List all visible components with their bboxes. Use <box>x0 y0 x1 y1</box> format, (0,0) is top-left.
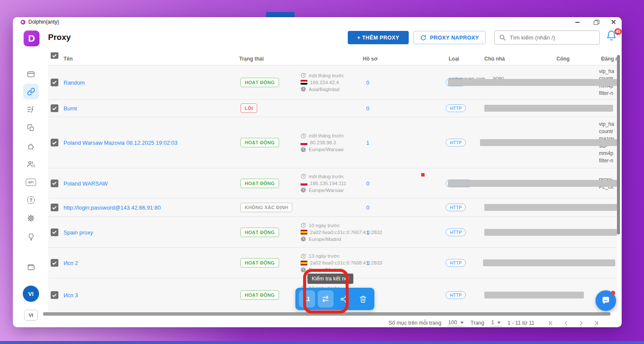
puzzle-icon <box>27 142 35 150</box>
proxy-type-badge: HTTP <box>446 139 466 146</box>
gear-icon <box>27 214 35 222</box>
row-checkbox[interactable] <box>51 139 58 146</box>
chat-bubble-icon <box>600 295 611 306</box>
row-checkbox[interactable] <box>51 104 58 112</box>
sidebar-item-proxy[interactable] <box>23 84 39 99</box>
row-checkbox[interactable] <box>51 180 58 187</box>
sidebar-item-extensions[interactable] <box>23 138 39 154</box>
flag-spain-icon <box>301 261 307 265</box>
profiles-count[interactable]: 1 <box>366 140 369 146</box>
status-badge: HOẠT ĐỘNG <box>240 138 279 147</box>
app-logo-mini-icon <box>21 20 25 24</box>
profiles-count[interactable]: 0 <box>366 204 369 211</box>
trash-icon <box>358 295 368 304</box>
table-row[interactable]: Poland Warsaw Mazovia 08.12.2025 19:02:0… <box>48 117 617 168</box>
table-row[interactable]: http://login:password@143.42.66.91:80 KH… <box>48 198 617 217</box>
minimize-button[interactable] <box>574 19 580 25</box>
sidebar-item-api[interactable]: API <box>23 174 39 190</box>
chevron-down-icon <box>460 322 464 324</box>
row-checkbox[interactable] <box>51 204 58 211</box>
notifications-button[interactable]: 45 <box>606 30 620 45</box>
workspace-switcher[interactable]: VI <box>24 310 38 321</box>
user-avatar[interactable]: VI <box>23 286 39 302</box>
row-checkbox[interactable] <box>51 291 58 299</box>
proxy-name-link[interactable]: http://login:password@143.42.66.91:80 <box>64 204 161 211</box>
chat-notification-dot <box>611 291 615 295</box>
close-button[interactable] <box>611 19 617 25</box>
search-box[interactable] <box>494 30 600 45</box>
search-icon <box>499 34 506 41</box>
search-input[interactable] <box>510 34 595 41</box>
table-row[interactable]: Random HOẠT ĐỘNG một tháng trước 169.224… <box>48 65 617 100</box>
profiles-count[interactable]: 1 <box>366 260 369 266</box>
proxy-name-link[interactable]: Исп 3 <box>64 292 78 298</box>
proxy-naproxy-button[interactable]: PROXY NAPROXY <box>413 31 486 44</box>
add-proxy-button[interactable]: + THÊM PROXY <box>348 31 409 44</box>
users-icon <box>27 160 35 168</box>
redacted-host-bar <box>448 180 617 187</box>
page-label: Trang <box>471 320 484 326</box>
sidebar-item-help[interactable]: ? <box>23 192 39 208</box>
profiles-count[interactable]: 1 <box>366 229 369 235</box>
delete-button[interactable] <box>355 290 371 307</box>
help-icon: ? <box>27 196 35 204</box>
sidebar-item-settings[interactable] <box>23 210 39 226</box>
status-badge: HOẠT ĐỘNG <box>240 258 279 268</box>
profiles-count[interactable]: 0 <box>366 79 369 85</box>
table-row[interactable]: Spain proxy HOẠT ĐỘNG 10 ngày trước 2a02… <box>48 217 617 248</box>
profiles-count[interactable]: 0 <box>366 105 369 112</box>
proxy-name-link[interactable]: Random <box>64 79 85 85</box>
per-page-select[interactable]: 100 <box>447 320 465 326</box>
sidebar-item-browser-profiles[interactable] <box>23 67 39 82</box>
redacted-host-bar <box>484 105 613 112</box>
history-icon <box>301 174 306 179</box>
select-all-checkbox[interactable] <box>51 52 58 59</box>
row-checkbox[interactable] <box>51 259 58 267</box>
flag-spain-icon <box>301 230 307 234</box>
copy-pages-icon <box>27 124 35 132</box>
status-badge: HOẠT ĐỘNG <box>240 290 279 300</box>
redacted-host-bar <box>483 259 615 266</box>
table-row[interactable]: Poland WARSAW HOẠT ĐỘNG một tháng trước … <box>48 168 617 198</box>
proxy-name-link[interactable]: Poland WARSAW <box>64 180 108 186</box>
notification-count-badge: 45 <box>614 28 622 35</box>
row-checkbox[interactable] <box>51 228 58 236</box>
redacted-host-bar <box>484 229 617 236</box>
proxy-name-link[interactable]: Исп 2 <box>64 260 78 266</box>
status-badge: HOẠT ĐỘNG <box>240 228 279 237</box>
sidebar-item-tabs[interactable] <box>23 120 39 136</box>
next-page-button[interactable] <box>578 320 584 326</box>
table-row[interactable]: Burnt LỖI 0 HTTP <box>48 100 617 117</box>
prev-page-button[interactable] <box>563 320 569 326</box>
proxy-name-link[interactable]: Spain proxy <box>64 229 93 235</box>
sidebar-item-ideas[interactable] <box>23 229 39 244</box>
proxy-name-link[interactable]: Poland Warsaw Mazovia 08.12.2025 19:02:0… <box>64 140 177 146</box>
sidebar-item-automation[interactable] <box>23 102 39 117</box>
proxy-type-badge: HTTP <box>446 204 466 211</box>
first-page-button[interactable] <box>548 320 554 326</box>
row-checkbox[interactable] <box>51 79 58 86</box>
sidebar-item-team[interactable] <box>23 156 39 172</box>
app-window: Dolphin{anty} D API ? VI VI Pr <box>13 17 622 327</box>
history-icon <box>301 222 306 228</box>
pagination-bar: Số mục trên mỗi trang 100 Trang 1 1 - 11… <box>389 320 599 326</box>
restore-button[interactable] <box>592 19 598 25</box>
range-text: 1 - 11 từ 11 <box>507 320 535 326</box>
proxy-meta: một tháng trước 185.135.194.111 Europe/W… <box>301 173 346 194</box>
page-select[interactable]: 1 <box>490 320 501 326</box>
clock-icon <box>301 236 306 242</box>
status-badge: HOẠT ĐỘNG <box>240 78 279 87</box>
status-badge: LỖI <box>240 104 257 113</box>
profiles-count[interactable]: 0 <box>366 180 369 186</box>
clock-icon <box>301 147 306 152</box>
table-header: Tên Trạng thái Hồ sơ Loại Chủ nhà Cổng Đ… <box>48 52 617 65</box>
vertical-scrollbar[interactable] <box>617 55 620 234</box>
proxy-type-badge: HTTP <box>446 228 466 236</box>
sidebar-item-wallet[interactable] <box>23 259 39 275</box>
lightbulb-icon <box>27 233 35 241</box>
clock-icon <box>301 86 306 92</box>
support-chat-button[interactable] <box>595 290 616 311</box>
redacted-host-bar <box>448 79 617 86</box>
last-page-button[interactable] <box>593 320 599 326</box>
proxy-name-link[interactable]: Burnt <box>64 105 77 112</box>
